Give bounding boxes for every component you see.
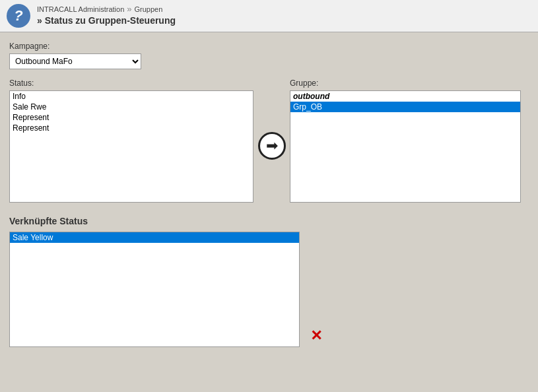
linked-section: Verknüpfte Status Sale Yellow ✕	[9, 216, 529, 347]
main-content: Kampagne: Outbound MaFo Inbound Campaign…	[0, 32, 538, 354]
breadcrumb-sep: »	[127, 4, 131, 14]
status-panel: Status: Info Sale Rwe Represent Represen…	[9, 79, 253, 203]
arrow-icon: ➡	[266, 137, 278, 154]
list-item[interactable]: Represent	[10, 112, 253, 123]
list-item[interactable]: Grp_OB	[290, 102, 520, 112]
list-item[interactable]: outbound	[290, 91, 520, 102]
list-item[interactable]: Info	[10, 91, 253, 102]
gruppe-listbox[interactable]: outbound Grp_OB	[290, 90, 521, 203]
list-item[interactable]: Sale Yellow	[10, 232, 299, 243]
header: ? INTRACALL Administration » Gruppen Sta…	[0, 0, 538, 32]
kampagne-label: Kampagne:	[9, 42, 529, 51]
list-item[interactable]: Sale Rwe	[10, 102, 253, 112]
list-item[interactable]: Represent	[10, 123, 253, 133]
breadcrumb-section: Gruppen	[135, 5, 163, 13]
delete-icon: ✕	[310, 327, 322, 344]
kampagne-select[interactable]: Outbound MaFo Inbound Campaign B	[9, 53, 141, 69]
header-text: INTRACALL Administration » Gruppen Statu…	[37, 4, 176, 26]
arrow-button-container: ➡	[253, 132, 290, 160]
kampagne-row: Kampagne: Outbound MaFo Inbound Campaign…	[9, 42, 529, 69]
delete-button[interactable]: ✕	[306, 326, 326, 346]
breadcrumb: INTRACALL Administration » Gruppen	[37, 4, 176, 14]
linked-section-title: Verknüpfte Status	[9, 216, 529, 226]
status-listbox[interactable]: Info Sale Rwe Represent Represent	[9, 90, 253, 203]
app-title: INTRACALL Administration	[37, 5, 124, 13]
two-panels: Status: Info Sale Rwe Represent Represen…	[9, 79, 529, 203]
page-title: Status zu Gruppen-Steuerung	[37, 15, 176, 26]
gruppe-panel: Gruppe: outbound Grp_OB	[290, 79, 521, 203]
gruppe-label: Gruppe:	[290, 79, 521, 88]
linked-row: Sale Yellow ✕	[9, 232, 529, 347]
help-icon: ?	[7, 4, 30, 28]
linked-listbox[interactable]: Sale Yellow	[9, 232, 300, 347]
status-label: Status:	[9, 79, 253, 88]
assign-button[interactable]: ➡	[258, 132, 286, 160]
